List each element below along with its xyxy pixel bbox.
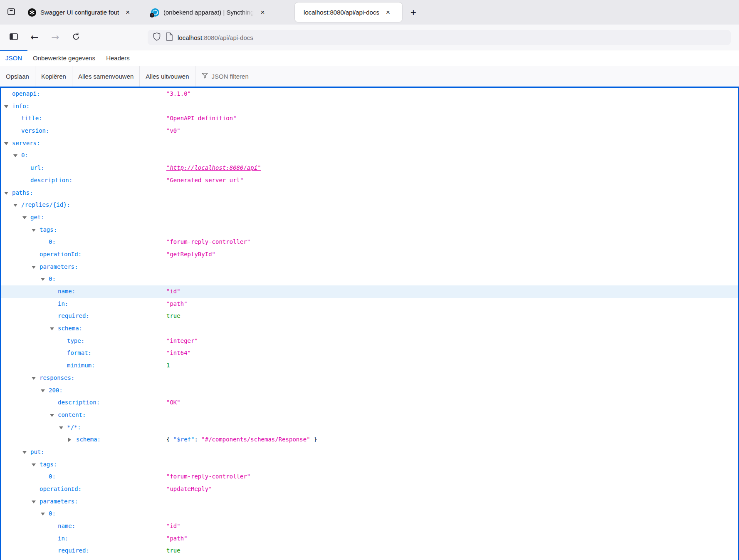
collapse-twisty-icon[interactable] <box>32 229 36 232</box>
json-key: required: <box>58 312 89 319</box>
firefox-view-button[interactable] <box>4 5 18 20</box>
json-row-schema[interactable]: schema:{ "$ref": "#/components/schemas/R… <box>1 434 738 446</box>
json-key: operationId: <box>40 251 82 258</box>
json-row-format[interactable]: format:"int64" <box>1 347 738 359</box>
expand-all-button[interactable]: Alles uitvouwen <box>140 66 195 87</box>
json-row-description[interactable]: description:"Generated server url" <box>1 174 738 187</box>
copy-button[interactable]: Kopiëren <box>35 66 72 87</box>
back-button[interactable]: ← <box>28 31 41 44</box>
json-row-version[interactable]: version:"v0" <box>1 125 738 137</box>
forward-button[interactable]: → <box>49 31 62 44</box>
json-row-operationId[interactable]: operationId:"updateReply" <box>1 483 738 496</box>
reload-button[interactable] <box>70 31 82 44</box>
collapse-twisty-icon[interactable] <box>32 377 36 380</box>
json-value: true <box>166 545 180 557</box>
collapse-twisty-icon[interactable] <box>41 278 45 281</box>
collapse-twisty-icon[interactable] <box>4 105 8 108</box>
json-row-title[interactable]: title:"OpenAPI definition" <box>1 112 738 125</box>
json-row-0[interactable]: 0:"forum-reply-controller" <box>1 471 738 483</box>
collapse-twisty-icon[interactable] <box>4 192 8 195</box>
close-tab-icon[interactable]: × <box>257 7 268 18</box>
collapse-twisty-icon[interactable] <box>50 414 54 417</box>
browser-tab-active-api-docs[interactable]: localhost:8080/api/api-docs × <box>295 2 402 22</box>
forward-arrow-icon: → <box>51 32 59 42</box>
collapse-twisty-icon[interactable] <box>22 216 27 219</box>
json-row-tags[interactable]: tags: <box>1 224 738 236</box>
json-row-200[interactable]: 200: <box>1 384 738 397</box>
json-filter-input[interactable] <box>212 66 739 87</box>
expand-twisty-icon[interactable] <box>68 438 71 442</box>
collapse-twisty-icon[interactable] <box>41 513 45 515</box>
collapse-twisty-icon[interactable] <box>4 142 8 145</box>
json-row-0[interactable]: 0: <box>1 273 738 285</box>
save-button[interactable]: Opslaan <box>0 66 35 87</box>
json-row-content[interactable]: content: <box>1 409 738 421</box>
json-row-0[interactable]: 0: <box>1 149 738 162</box>
collapse-twisty-icon[interactable] <box>13 154 17 157</box>
json-row-get[interactable]: get: <box>1 211 738 224</box>
json-row-in[interactable]: in:"path" <box>1 298 738 310</box>
collapse-twisty-icon[interactable] <box>32 501 36 503</box>
collapse-twisty-icon[interactable] <box>50 327 54 330</box>
new-tab-button[interactable]: + <box>406 5 420 20</box>
json-row-openapi[interactable]: openapi:"3.1.0" <box>1 88 738 100</box>
json-row-info[interactable]: info: <box>1 100 738 113</box>
browser-tab-swagger[interactable]: Swagger UI configuratie fout × <box>24 0 147 25</box>
json-value[interactable]: "http://localhost:8080/api" <box>166 162 261 174</box>
json-row--replies-id-[interactable]: /replies/{id}: <box>1 199 738 211</box>
close-tab-icon[interactable]: × <box>122 7 133 18</box>
close-tab-icon[interactable]: × <box>383 7 393 18</box>
page-icon <box>166 32 173 43</box>
json-row-0[interactable]: 0:"forum-reply-controller" <box>1 236 738 248</box>
collapse-twisty-icon[interactable] <box>32 266 36 269</box>
json-row-parameters[interactable]: parameters: <box>1 496 738 508</box>
json-row-required[interactable]: required:true <box>1 310 738 322</box>
tab-raw-data[interactable]: Onbewerkte gegevens <box>27 50 101 66</box>
json-value: "forum-reply-controller" <box>166 471 250 483</box>
json-filter-box <box>195 66 739 87</box>
json-row-url[interactable]: url:"http://localhost:8080/api" <box>1 162 738 174</box>
browser-tab-syncthing[interactable]: ! (onbekend apparaat) | Syncthing × <box>147 0 293 25</box>
json-key: schema: <box>76 436 101 443</box>
json-row-name[interactable]: name:"id" <box>1 520 738 533</box>
json-key: type: <box>67 337 84 344</box>
tab-json[interactable]: JSON <box>0 50 27 66</box>
json-row-servers[interactable]: servers: <box>1 137 738 150</box>
viewer-toolbar: Opslaan Kopiëren Alles samenvouwen Alles… <box>0 66 739 87</box>
json-row-schema[interactable]: schema: <box>1 322 738 335</box>
collapse-twisty-icon[interactable] <box>13 204 17 207</box>
json-row-name[interactable]: name:"id" <box>1 285 738 298</box>
url-bar[interactable]: localhost:8080/api/api-docs <box>148 30 731 45</box>
json-row-responses[interactable]: responses: <box>1 372 738 384</box>
collapse-twisty-icon[interactable] <box>41 389 45 392</box>
tab-title: localhost:8080/api/api-docs <box>304 9 379 16</box>
collapse-twisty-icon[interactable] <box>59 426 63 429</box>
json-value: "int64" <box>166 347 191 359</box>
json-value: "id" <box>166 285 180 298</box>
json-value: "forum-reply-controller" <box>166 236 250 248</box>
json-row-type[interactable]: type:"integer" <box>1 335 738 347</box>
json-key: paths: <box>12 189 33 196</box>
json-row-0[interactable]: 0: <box>1 508 738 520</box>
json-key: required: <box>58 547 89 554</box>
json-key: operationId: <box>40 486 82 492</box>
json-row-paths[interactable]: paths: <box>1 187 738 199</box>
json-key: schema: <box>58 325 82 332</box>
viewer-tab-bar: JSON Onbewerkte gegevens Headers <box>0 50 739 66</box>
json-row-parameters[interactable]: parameters: <box>1 261 738 273</box>
collapse-twisty-icon[interactable] <box>22 451 27 454</box>
tab-headers[interactable]: Headers <box>101 50 135 66</box>
json-row--[interactable]: */*: <box>1 421 738 434</box>
json-row-in[interactable]: in:"path" <box>1 533 738 545</box>
json-row-description[interactable]: description:"OK" <box>1 396 738 409</box>
collapse-all-button[interactable]: Alles samenvouwen <box>72 66 140 87</box>
json-row-minimum[interactable]: minimum:1 <box>1 359 738 372</box>
reload-icon <box>72 32 81 42</box>
sidebar-toggle-button[interactable] <box>7 31 20 44</box>
syncthing-alert-icon: ! <box>151 8 159 17</box>
json-row-tags[interactable]: tags: <box>1 458 738 471</box>
json-row-operationId[interactable]: operationId:"getReplyById" <box>1 248 738 261</box>
json-row-required[interactable]: required:true <box>1 545 738 557</box>
json-row-put[interactable]: put: <box>1 446 738 458</box>
collapse-twisty-icon[interactable] <box>32 463 36 466</box>
